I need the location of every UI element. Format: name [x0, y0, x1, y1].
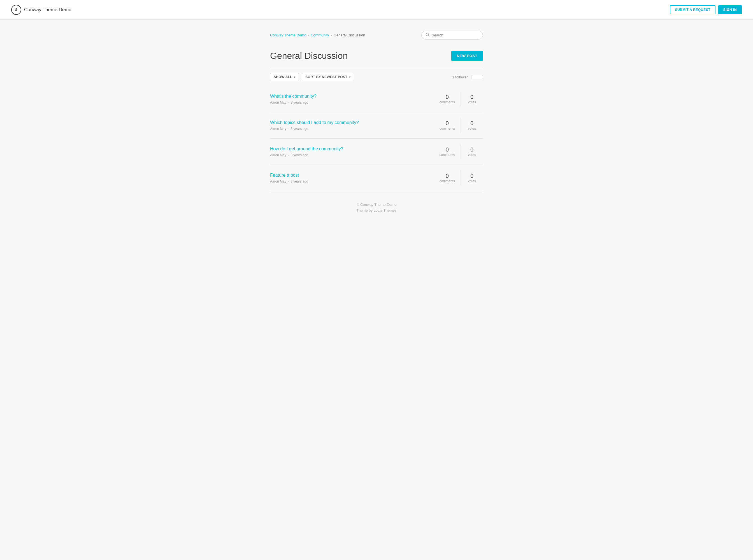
comments-label: comments [440, 179, 455, 183]
logo-icon: a [11, 5, 21, 15]
votes-label: votes [468, 126, 476, 131]
sort-button[interactable]: SORT BY NEWEST POST ▾ [302, 73, 354, 81]
page-title: General Discussion [270, 51, 348, 61]
post-item: How do I get around the community? Aaron… [270, 139, 483, 165]
chevron-down-icon-2: ▾ [349, 76, 350, 79]
footer-copyright: © Conway Theme Demo [276, 202, 477, 207]
post-item: Feature a post Aaron May · 3 years ago 0… [270, 165, 483, 191]
site-header: a Conway Theme Demo SUBMIT A REQUEST SIG… [0, 0, 753, 20]
top-bar: Conway Theme Demo › Community › General … [270, 31, 483, 39]
votes-count: 0 [470, 120, 474, 126]
comments-label: comments [440, 100, 455, 104]
post-meta-dot: · [288, 179, 289, 183]
comments-count: 0 [446, 146, 449, 153]
filters-left: SHOW ALL ▾ SORT BY NEWEST POST ▾ [270, 73, 354, 81]
comments-count: 0 [446, 173, 449, 179]
post-meta-dot: · [288, 153, 289, 157]
post-time: 3 years ago [290, 179, 308, 183]
comments-label: comments [440, 153, 455, 157]
page-heading-row: General Discussion NEW POST [270, 51, 483, 61]
votes-stat: 0 votes [461, 171, 483, 185]
post-meta: Aaron May · 3 years ago [270, 153, 434, 157]
votes-stat: 0 votes [461, 118, 483, 133]
comments-stat: 0 comments [434, 144, 461, 159]
votes-count: 0 [470, 146, 474, 153]
post-info: What's the community? Aaron May · 3 year… [270, 94, 434, 104]
svg-line-1 [428, 36, 429, 37]
filters-row: SHOW ALL ▾ SORT BY NEWEST POST ▾ 1 follo… [270, 68, 483, 86]
post-author: Aaron May [270, 101, 286, 104]
post-item: Which topics should I add to my communit… [270, 112, 483, 139]
post-author: Aaron May [270, 153, 286, 157]
post-author: Aaron May [270, 179, 286, 183]
header-actions: SUBMIT A REQUEST SIGN IN [670, 5, 742, 14]
footer-credit: Theme by Lotus Themes [276, 208, 477, 213]
post-time: 3 years ago [290, 101, 308, 104]
chevron-down-icon: ▾ [294, 76, 295, 79]
votes-stat: 0 votes [461, 92, 483, 106]
votes-count: 0 [470, 173, 474, 179]
post-time: 3 years ago [290, 127, 308, 131]
post-meta: Aaron May · 3 years ago [270, 179, 434, 183]
breadcrumb-current: General Discussion [334, 33, 365, 37]
post-meta: Aaron May · 3 years ago [270, 127, 434, 131]
post-title[interactable]: Which topics should I add to my communit… [270, 120, 434, 125]
site-logo[interactable]: a Conway Theme Demo [11, 5, 72, 15]
post-list: What's the community? Aaron May · 3 year… [270, 86, 483, 191]
new-post-button[interactable]: NEW POST [451, 51, 483, 61]
post-time: 3 years ago [290, 153, 308, 157]
comments-stat: 0 comments [434, 92, 461, 106]
breadcrumb: Conway Theme Demo › Community › General … [270, 33, 365, 37]
votes-stat: 0 votes [461, 144, 483, 159]
comments-count: 0 [446, 94, 449, 100]
search-icon [426, 33, 429, 38]
post-meta-dot: · [288, 127, 289, 131]
post-meta-dot: · [288, 101, 289, 104]
footer: © Conway Theme Demo Theme by Lotus Theme… [270, 191, 483, 231]
post-item: What's the community? Aaron May · 3 year… [270, 86, 483, 112]
breadcrumb-home[interactable]: Conway Theme Demo [270, 33, 306, 37]
post-info: Feature a post Aaron May · 3 years ago [270, 173, 434, 183]
follow-button[interactable] [471, 75, 483, 79]
post-meta: Aaron May · 3 years ago [270, 101, 434, 104]
sign-in-button[interactable]: SIGN IN [718, 5, 742, 14]
votes-label: votes [468, 100, 476, 104]
comments-stat: 0 comments [434, 118, 461, 133]
follower-count: 1 follower [452, 75, 468, 79]
votes-label: votes [468, 179, 476, 183]
post-stats: 0 comments 0 votes [434, 144, 483, 159]
breadcrumb-separator-2: › [331, 33, 332, 37]
comments-label: comments [440, 126, 455, 131]
votes-count: 0 [470, 94, 474, 100]
breadcrumb-section[interactable]: Community [311, 33, 329, 37]
comments-count: 0 [446, 120, 449, 126]
breadcrumb-separator-1: › [308, 33, 309, 37]
post-stats: 0 comments 0 votes [434, 92, 483, 106]
votes-label: votes [468, 153, 476, 157]
post-author: Aaron May [270, 127, 286, 131]
post-title[interactable]: Feature a post [270, 173, 434, 178]
show-all-button[interactable]: SHOW ALL ▾ [270, 73, 299, 81]
filters-right: 1 follower [452, 75, 483, 79]
post-title[interactable]: What's the community? [270, 94, 434, 99]
post-stats: 0 comments 0 votes [434, 118, 483, 133]
post-info: How do I get around the community? Aaron… [270, 146, 434, 157]
search-box[interactable] [421, 31, 483, 39]
comments-stat: 0 comments [434, 171, 461, 185]
post-info: Which topics should I add to my communit… [270, 120, 434, 131]
main-content: Conway Theme Demo › Community › General … [265, 20, 488, 242]
search-input[interactable] [432, 33, 479, 37]
submit-request-button[interactable]: SUBMIT A REQUEST [670, 5, 715, 14]
post-stats: 0 comments 0 votes [434, 171, 483, 185]
site-title: Conway Theme Demo [24, 7, 72, 13]
post-title[interactable]: How do I get around the community? [270, 146, 434, 152]
